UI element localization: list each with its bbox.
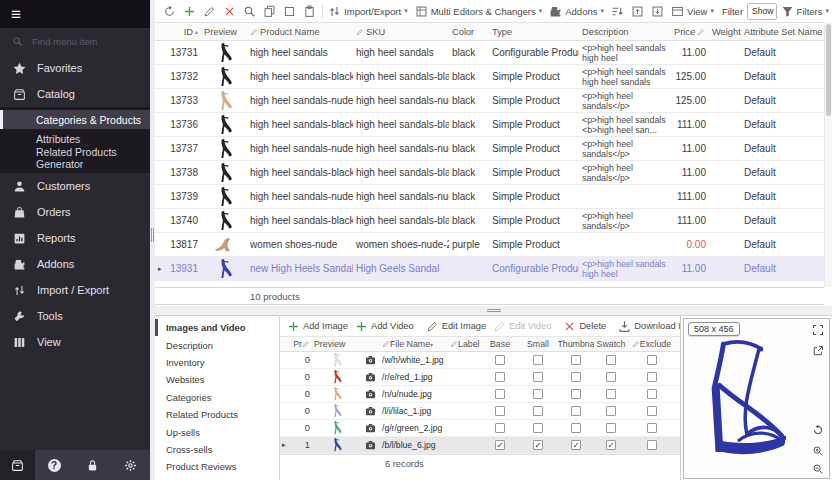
tab-up-sells[interactable]: Up-sells xyxy=(155,423,279,440)
exclude-checkbox[interactable] xyxy=(647,406,657,416)
image-row[interactable]: 0/g/r/green_2.jpg xyxy=(280,420,680,437)
sidebar-item-related-products-generator[interactable]: Related Products Generator xyxy=(0,148,150,167)
tab-inventory[interactable]: Inventory xyxy=(155,354,279,371)
help-icon[interactable]: ? xyxy=(48,459,61,472)
sidebar-item-favorites[interactable]: Favorites xyxy=(0,55,150,81)
sidebar-item-view[interactable]: View xyxy=(0,329,150,355)
product-row[interactable]: 13736high heel sandals-black-36high heel… xyxy=(155,113,832,137)
view-menu[interactable]: View▾ xyxy=(668,2,717,20)
product-row[interactable]: 13738high heel sandals-black-37high heel… xyxy=(155,161,832,185)
exclude-checkbox[interactable] xyxy=(647,372,657,382)
base-checkbox[interactable] xyxy=(495,406,505,416)
store-button[interactable] xyxy=(0,450,35,480)
column-header-attribute-set-name[interactable]: Attribute Set Name xyxy=(741,27,824,37)
rotate-icon[interactable] xyxy=(812,424,824,436)
tab-images-and-video[interactable]: Images and Video xyxy=(155,319,279,336)
tab-cross-sells[interactable]: Cross-sells xyxy=(155,441,279,458)
column-header-preview[interactable]: Preview xyxy=(201,27,247,37)
import-export-menu[interactable]: Import/Export▾ xyxy=(325,2,411,20)
column-header-product-name[interactable]: Product Name xyxy=(247,27,353,37)
swatch-checkbox[interactable] xyxy=(606,423,616,433)
addons-menu[interactable]: Addons▾ xyxy=(546,2,607,20)
column-header-price[interactable]: Price xyxy=(671,27,709,37)
category-filter-select[interactable]: Show products from selected categories▾ xyxy=(747,3,777,20)
product-row[interactable]: 13817women shoes-nudewomen shoes-nude-2p… xyxy=(155,233,832,257)
column-header-exclude[interactable]: Exclude xyxy=(628,339,675,349)
column-header-preview[interactable]: Preview xyxy=(312,339,360,349)
boxdown-button[interactable] xyxy=(648,2,667,20)
thumbnail-checkbox[interactable] xyxy=(571,372,581,382)
small-checkbox[interactable]: ✓ xyxy=(533,440,543,450)
base-checkbox[interactable] xyxy=(495,389,505,399)
product-row[interactable]: 13731high heel sandalshigh heel sandalsb… xyxy=(155,41,832,65)
swatch-checkbox[interactable] xyxy=(606,389,616,399)
product-row[interactable]: ▸13931new High Heels SandalsHigh Geels S… xyxy=(155,257,832,281)
thumbnail-checkbox[interactable] xyxy=(571,406,581,416)
base-checkbox[interactable] xyxy=(495,423,505,433)
base-checkbox[interactable]: ✓ xyxy=(495,440,505,450)
small-checkbox[interactable] xyxy=(533,389,543,399)
gear-icon[interactable] xyxy=(124,459,137,472)
external-link-icon[interactable] xyxy=(812,345,824,357)
hamburger-menu-icon[interactable]: ≡ xyxy=(11,6,21,23)
small-checkbox[interactable] xyxy=(533,372,543,382)
base-checkbox[interactable] xyxy=(495,355,505,365)
scrollbar-thumb[interactable] xyxy=(826,24,831,116)
sidebar-item-addons[interactable]: Addons xyxy=(0,251,150,277)
image-row[interactable]: 0/l/i/lilac_1.jpg xyxy=(280,403,680,420)
add-product-button[interactable] xyxy=(180,2,199,20)
copy-button[interactable] xyxy=(260,2,279,20)
product-row[interactable]: 13732high heel sandals-blackhigh heel sa… xyxy=(155,65,832,89)
small-checkbox[interactable] xyxy=(533,406,543,416)
exclude-checkbox[interactable] xyxy=(647,440,657,450)
edit-product-button[interactable] xyxy=(200,2,219,20)
select-button[interactable] xyxy=(280,2,299,20)
column-header-description[interactable]: Description xyxy=(579,27,671,37)
multi-editors-changers-menu[interactable]: Multi Editors & Changers▾ xyxy=(412,2,546,20)
sidebar-item-orders[interactable]: Orders xyxy=(0,199,150,225)
column-header-small[interactable]: Small xyxy=(518,339,558,349)
column-header-file-name[interactable]: File Name▾ xyxy=(380,339,448,349)
product-row[interactable]: 13733high heel sandals-nudehigh heel san… xyxy=(155,89,832,113)
image-row[interactable]: 0/w/h/white_1.jpg xyxy=(280,352,680,369)
column-header-type[interactable]: Type xyxy=(489,27,579,37)
filters-menu[interactable]: Filters▾ xyxy=(778,2,832,20)
sidebar-item-reports[interactable]: Reports xyxy=(0,225,150,251)
column-header-weight[interactable]: Weight xyxy=(709,27,741,37)
thumbnail-checkbox[interactable] xyxy=(571,355,581,365)
tab-categories[interactable]: Categories xyxy=(155,389,279,406)
lock-icon[interactable] xyxy=(86,459,99,472)
paste-button[interactable] xyxy=(300,2,319,20)
sidebar-item-import-export[interactable]: Import / Export xyxy=(0,277,150,303)
swatch-checkbox[interactable] xyxy=(606,372,616,382)
edit-image-button[interactable]: Edit Image xyxy=(423,317,489,335)
small-checkbox[interactable] xyxy=(533,423,543,433)
add-image-button[interactable]: Add Image xyxy=(284,317,351,335)
column-header-color[interactable]: Color xyxy=(449,27,489,37)
image-row[interactable]: 0/n/u/nude.jpg xyxy=(280,386,680,403)
thumbnail-checkbox[interactable]: ✓ xyxy=(571,440,581,450)
image-row[interactable]: 0/r/e/red_1.jpg xyxy=(280,369,680,386)
exclude-checkbox[interactable] xyxy=(647,355,657,365)
zoom-out-icon[interactable] xyxy=(812,463,824,475)
swatch-checkbox[interactable] xyxy=(606,355,616,365)
thumbnail-checkbox[interactable] xyxy=(571,423,581,433)
product-row[interactable]: 13737high heel sandals-nude-36high heel … xyxy=(155,137,832,161)
edit-video-button[interactable]: Edit Video xyxy=(490,317,554,335)
product-row[interactable]: 13740high heel sandals-black-38high heel… xyxy=(155,209,832,233)
swatch-checkbox[interactable]: ✓ xyxy=(606,440,616,450)
column-header-pr[interactable]: Pr xyxy=(290,339,312,349)
fullscreen-icon[interactable] xyxy=(812,324,824,336)
menu-search-input[interactable] xyxy=(30,35,139,48)
column-header-thumbna[interactable]: Thumbna xyxy=(558,339,594,349)
delete-button[interactable]: Delete xyxy=(560,317,609,335)
exclude-checkbox[interactable] xyxy=(647,389,657,399)
small-checkbox[interactable] xyxy=(533,355,543,365)
delete-product-button[interactable] xyxy=(220,2,239,20)
column-header-base[interactable]: Base xyxy=(482,339,518,349)
tab-product-reviews[interactable]: Product Reviews xyxy=(155,458,279,475)
swatch-checkbox[interactable] xyxy=(606,406,616,416)
column-header-id[interactable]: ID▴ xyxy=(167,27,201,37)
image-row[interactable]: ▸1/b/l/blue_6.jpg✓✓✓✓ xyxy=(280,437,680,454)
base-checkbox[interactable] xyxy=(495,372,505,382)
